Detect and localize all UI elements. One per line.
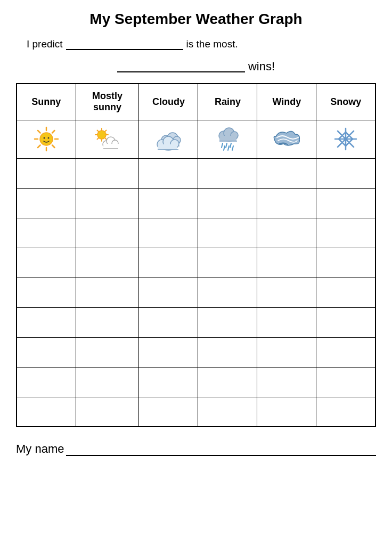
snowy-icon bbox=[332, 125, 360, 153]
cell bbox=[17, 367, 76, 397]
icon-windy bbox=[257, 120, 316, 158]
svg-line-7 bbox=[52, 145, 55, 148]
col-header-rainy: Rainy bbox=[198, 84, 257, 120]
wins-blank bbox=[117, 61, 245, 72]
wins-suffix: wins! bbox=[248, 60, 275, 74]
cell bbox=[17, 248, 76, 278]
cell bbox=[198, 158, 257, 188]
table-row bbox=[17, 278, 375, 307]
svg-point-62 bbox=[344, 137, 348, 141]
cell bbox=[17, 337, 76, 367]
windy-icon bbox=[272, 126, 301, 152]
svg-line-45 bbox=[226, 143, 227, 148]
svg-line-47 bbox=[224, 146, 225, 150]
header-row: Sunny Mostly sunny Cloudy Rainy Windy Sn… bbox=[17, 84, 375, 120]
icon-mostly-sunny bbox=[76, 120, 139, 158]
cell bbox=[198, 278, 257, 307]
icon-rainy bbox=[198, 120, 257, 158]
my-name-section: My name bbox=[16, 442, 376, 456]
svg-line-46 bbox=[230, 143, 231, 148]
cell bbox=[316, 278, 375, 307]
cell bbox=[316, 188, 375, 218]
cell bbox=[198, 397, 257, 427]
svg-line-5 bbox=[52, 130, 55, 133]
table-row bbox=[17, 218, 375, 248]
cell bbox=[17, 158, 76, 188]
predict-blank bbox=[66, 38, 183, 50]
svg-rect-36 bbox=[158, 144, 177, 150]
cell bbox=[198, 337, 257, 367]
wins-line: wins! bbox=[16, 60, 376, 74]
svg-point-9 bbox=[43, 137, 45, 139]
cell bbox=[76, 278, 139, 307]
col-header-snowy: Snowy bbox=[316, 84, 375, 120]
cell bbox=[316, 248, 375, 278]
cell bbox=[17, 307, 76, 337]
cell bbox=[316, 337, 375, 367]
cell bbox=[316, 158, 375, 188]
svg-rect-42 bbox=[219, 136, 236, 141]
cell bbox=[139, 367, 198, 397]
cell bbox=[257, 158, 316, 188]
predict-label: I predict bbox=[27, 38, 63, 50]
cell bbox=[76, 218, 139, 248]
table-row bbox=[17, 158, 375, 188]
svg-line-44 bbox=[222, 143, 223, 148]
cell bbox=[139, 158, 198, 188]
cell bbox=[139, 307, 198, 337]
cell bbox=[17, 218, 76, 248]
cell bbox=[76, 367, 139, 397]
svg-point-19 bbox=[97, 130, 106, 139]
cell bbox=[198, 218, 257, 248]
cell bbox=[257, 188, 316, 218]
table-row bbox=[17, 188, 375, 218]
name-underline bbox=[66, 442, 376, 456]
icon-cloudy bbox=[139, 120, 198, 158]
table-row bbox=[17, 397, 375, 427]
svg-point-8 bbox=[40, 133, 53, 145]
table-row bbox=[17, 307, 375, 337]
cell bbox=[257, 248, 316, 278]
col-header-sunny: Sunny bbox=[17, 84, 76, 120]
cell bbox=[198, 307, 257, 337]
cell bbox=[198, 248, 257, 278]
icon-snowy bbox=[316, 120, 375, 158]
cell bbox=[76, 397, 139, 427]
page-title: My September Weather Graph bbox=[16, 11, 376, 28]
svg-point-10 bbox=[47, 137, 49, 139]
cell bbox=[17, 397, 76, 427]
col-header-windy: Windy bbox=[257, 84, 316, 120]
weather-graph-table: Sunny Mostly sunny Cloudy Rainy Windy Sn… bbox=[16, 83, 376, 427]
cell bbox=[139, 337, 198, 367]
cell bbox=[257, 218, 316, 248]
cell bbox=[257, 337, 316, 367]
cell bbox=[76, 248, 139, 278]
cell bbox=[257, 397, 316, 427]
cell bbox=[17, 188, 76, 218]
cell bbox=[139, 188, 198, 218]
table-row bbox=[17, 248, 375, 278]
sunny-icon bbox=[32, 125, 60, 153]
cell bbox=[257, 307, 316, 337]
cell bbox=[198, 188, 257, 218]
cell bbox=[76, 337, 139, 367]
cell bbox=[76, 158, 139, 188]
cell bbox=[257, 278, 316, 307]
predict-line: I predict is the most. bbox=[16, 38, 376, 50]
svg-line-6 bbox=[38, 145, 40, 148]
cell bbox=[139, 278, 198, 307]
cell bbox=[17, 278, 76, 307]
mostly-sunny-icon bbox=[92, 125, 122, 153]
col-header-cloudy: Cloudy bbox=[139, 84, 198, 120]
my-name-label: My name bbox=[16, 442, 64, 456]
table-row bbox=[17, 367, 375, 397]
cell bbox=[316, 307, 375, 337]
svg-line-48 bbox=[228, 146, 229, 150]
table-row bbox=[17, 337, 375, 367]
svg-line-49 bbox=[232, 146, 233, 150]
cell bbox=[76, 188, 139, 218]
cloudy-icon bbox=[153, 126, 183, 152]
col-header-mostly-sunny: Mostly sunny bbox=[76, 84, 139, 120]
predict-suffix: is the most. bbox=[186, 38, 238, 50]
icon-sunny bbox=[17, 120, 76, 158]
